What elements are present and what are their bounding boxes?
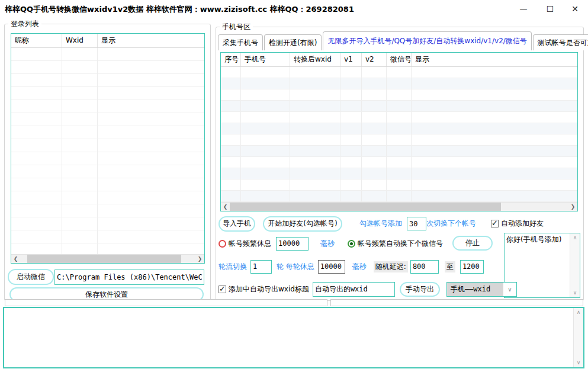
greeting-vscrollbar[interactable]: ∧ ∨ bbox=[570, 233, 580, 297]
table-row[interactable] bbox=[11, 217, 204, 230]
stop-button[interactable]: 停止 bbox=[452, 236, 493, 251]
table-cell bbox=[98, 113, 204, 126]
log-textarea[interactable]: ∧ ∨ bbox=[3, 307, 584, 368]
log-vscrollbar[interactable]: ∧ ∨ bbox=[573, 308, 583, 367]
table-row[interactable] bbox=[11, 243, 204, 254]
column-header-wechat-id[interactable]: 微信号 bbox=[387, 53, 412, 66]
phone-table-hscrollbar[interactable]: ❮ ❯ bbox=[221, 202, 577, 211]
table-cell bbox=[362, 157, 387, 168]
delay-max-input[interactable] bbox=[460, 260, 484, 274]
column-header-wxid[interactable]: Wxid bbox=[62, 34, 98, 47]
table-row[interactable] bbox=[11, 204, 204, 217]
rotate-rounds-input[interactable] bbox=[250, 260, 272, 274]
minimize-icon[interactable]: — bbox=[513, 0, 534, 18]
checkbox-icon bbox=[219, 286, 226, 293]
launch-wechat-button[interactable]: 启动微信 bbox=[8, 269, 54, 285]
greeting-message-text[interactable]: 你好(手机号添加) bbox=[506, 235, 568, 244]
table-row[interactable] bbox=[11, 74, 204, 87]
column-header-display[interactable]: 显示 bbox=[412, 53, 577, 66]
wechat-path-input[interactable] bbox=[54, 270, 204, 285]
table-row[interactable] bbox=[11, 191, 204, 204]
tab-import-add-friend[interactable]: 无限多开导入手机号/QQ号加好友/自动转换wxid/v1/v2/微信号 bbox=[323, 31, 531, 50]
busy-rest-ms-input[interactable] bbox=[276, 237, 309, 251]
auto-add-friend-checkbox[interactable]: 自动添加好友 bbox=[491, 219, 544, 229]
table-row[interactable] bbox=[11, 165, 204, 178]
auto-export-checkbox[interactable]: 添加中自动导出wxid标题 bbox=[219, 284, 309, 294]
scroll-right-icon[interactable]: ❯ bbox=[568, 203, 577, 211]
table-row[interactable] bbox=[11, 48, 204, 61]
login-table-hscrollbar[interactable]: ❮ ❯ bbox=[11, 254, 204, 263]
phone-table-body[interactable] bbox=[221, 67, 577, 202]
scroll-up-icon[interactable]: ∧ bbox=[570, 233, 580, 242]
table-cell bbox=[98, 178, 204, 191]
import-phone-button[interactable]: 导入手机 bbox=[219, 216, 255, 232]
table-cell bbox=[62, 113, 98, 126]
table-row[interactable] bbox=[221, 112, 577, 123]
login-table[interactable]: 昵称 Wxid 显示 ❮ ❯ bbox=[11, 33, 205, 264]
scroll-right-icon[interactable]: ❯ bbox=[195, 255, 204, 263]
scroll-up-icon[interactable]: ∧ bbox=[574, 308, 583, 317]
column-header-index[interactable]: 序号 bbox=[221, 53, 241, 66]
scroll-down-icon[interactable]: ∨ bbox=[574, 358, 583, 367]
table-row[interactable] bbox=[221, 157, 577, 168]
table-row[interactable] bbox=[221, 78, 577, 89]
scrollbar-thumb[interactable] bbox=[230, 203, 501, 211]
manual-export-button[interactable]: 手动导出 bbox=[400, 282, 440, 297]
scrollbar-thumb[interactable] bbox=[27, 255, 181, 263]
table-row[interactable] bbox=[221, 134, 577, 146]
table-cell bbox=[98, 230, 204, 243]
tab-test-addable[interactable]: 测试帐号是否可加 bbox=[533, 34, 588, 50]
column-header-converted-wxid[interactable]: 转换后wxid bbox=[290, 53, 340, 66]
switch-count-input[interactable] bbox=[407, 217, 426, 230]
busy-rest-radio[interactable]: 帐号频繁休息 bbox=[219, 239, 271, 249]
table-cell bbox=[387, 67, 412, 78]
column-header-display[interactable]: 显示 bbox=[98, 34, 204, 47]
table-row[interactable] bbox=[221, 179, 577, 191]
table-row[interactable] bbox=[221, 146, 577, 157]
table-row[interactable] bbox=[11, 113, 204, 126]
scroll-left-icon[interactable]: ❮ bbox=[11, 255, 20, 263]
table-row[interactable] bbox=[11, 61, 204, 74]
table-cell bbox=[221, 101, 241, 111]
busy-autoswitch-radio[interactable]: 帐号频繁自动换下个微信号 bbox=[348, 239, 443, 249]
table-row[interactable] bbox=[221, 89, 577, 101]
table-row[interactable] bbox=[221, 101, 577, 112]
column-header-phone[interactable]: 手机号 bbox=[241, 53, 290, 66]
table-row[interactable] bbox=[221, 191, 577, 202]
scroll-left-icon[interactable]: ❮ bbox=[221, 203, 230, 211]
table-cell bbox=[362, 168, 387, 179]
table-row[interactable] bbox=[11, 87, 204, 100]
table-cell bbox=[340, 123, 362, 134]
table-row[interactable] bbox=[221, 168, 577, 179]
column-header-nickname[interactable]: 昵称 bbox=[11, 34, 62, 47]
table-row[interactable] bbox=[11, 230, 204, 243]
tab-collect-phone[interactable]: 采集手机号 bbox=[218, 34, 263, 50]
table-row[interactable] bbox=[11, 178, 204, 191]
export-format-select[interactable]: 手机——wxid ∨ bbox=[446, 282, 517, 297]
title-bar: 梓梓QQ手机号转换微信wxidv1v2数据 梓梓软件官网：www.zizisof… bbox=[0, 0, 588, 18]
tab-check-open[interactable]: 检测开通(有限) bbox=[264, 34, 322, 50]
login-table-body[interactable] bbox=[11, 48, 204, 254]
table-row[interactable] bbox=[11, 126, 204, 139]
table-cell bbox=[221, 89, 241, 100]
column-header-v2[interactable]: v2 bbox=[362, 53, 387, 66]
maximize-icon[interactable]: ☐ bbox=[540, 0, 560, 18]
round-rest-ms-input[interactable] bbox=[318, 260, 345, 274]
table-row[interactable] bbox=[221, 123, 577, 134]
table-cell bbox=[412, 179, 577, 190]
table-row[interactable] bbox=[11, 139, 204, 152]
table-row[interactable] bbox=[221, 67, 577, 78]
table-cell bbox=[412, 123, 577, 134]
table-cell bbox=[340, 101, 362, 111]
table-cell bbox=[62, 139, 98, 152]
scroll-down-icon[interactable]: ∨ bbox=[570, 288, 580, 297]
export-title-input[interactable] bbox=[313, 282, 395, 297]
table-row[interactable] bbox=[11, 100, 204, 113]
close-icon[interactable]: ✕ bbox=[565, 0, 585, 18]
delay-min-input[interactable] bbox=[410, 260, 439, 274]
table-row[interactable] bbox=[11, 152, 204, 165]
start-add-friend-button[interactable]: 开始加好友(勾选帐号) bbox=[263, 216, 342, 232]
phone-table[interactable]: 序号 手机号 转换后wxid v1 v2 微信号 显示 ❮ ❯ bbox=[220, 52, 578, 211]
column-header-v1[interactable]: v1 bbox=[340, 53, 362, 66]
table-cell bbox=[221, 179, 241, 190]
